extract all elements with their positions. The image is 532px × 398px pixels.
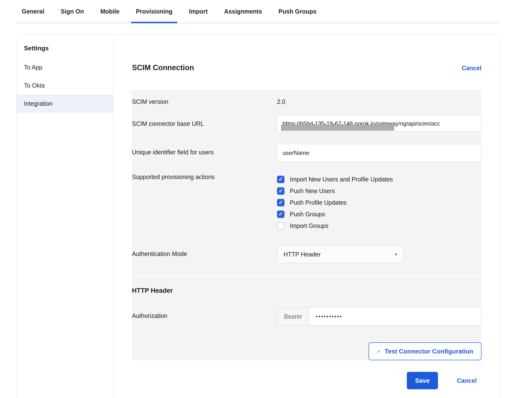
check-icon: ✓ xyxy=(377,348,381,354)
scim-version-value: 2.0 xyxy=(277,98,481,105)
base-url-label: SCIM connector base URL xyxy=(132,115,277,127)
provisioning-card: Settings To AppTo OktaIntegration SCIM C… xyxy=(16,35,499,398)
action-label: Push Groups xyxy=(290,211,325,218)
http-header-panel: HTTP Header Authorization Bearer •••••••… xyxy=(132,277,481,360)
http-header-title: HTTP Header xyxy=(132,287,481,294)
page-title: SCIM Connection xyxy=(132,63,194,72)
base-url-row: SCIM connector base URL https://b5bd-135… xyxy=(132,115,481,132)
check-icon: ✓ xyxy=(278,200,283,205)
tab-mobile[interactable]: Mobile xyxy=(95,0,124,23)
content-header: SCIM Connection Cancel xyxy=(132,63,481,72)
action-label: Push Profile Updates xyxy=(290,199,347,206)
auth-mode-row: Authentication Mode HTTP Header ▾ xyxy=(132,246,481,263)
action-label: Push New Users xyxy=(290,188,335,195)
bearer-token-masked-value: •••••••••• xyxy=(316,314,343,319)
sidebar-item-to-app[interactable]: To App xyxy=(17,58,113,76)
unique-id-input[interactable]: userName xyxy=(277,144,481,162)
action-label: Import Groups xyxy=(290,222,328,229)
action-row-import-new-users-and-profile-updates: ✓Import New Users and Profile Updates xyxy=(277,173,481,185)
tab-import[interactable]: Import xyxy=(184,0,213,23)
redaction-bar xyxy=(281,125,394,131)
sidebar-title: Settings xyxy=(17,42,113,58)
chevron-down-icon: ▾ xyxy=(395,252,397,257)
base-url-input[interactable]: https://b5bd-135-19-67-148.ngrok.io/gate… xyxy=(277,115,481,132)
bearer-prefix: Bearer xyxy=(277,308,309,325)
unique-id-label: Unique identifier field for users xyxy=(132,144,277,156)
tab-sign-on[interactable]: Sign On xyxy=(56,0,89,23)
scim-version-label: SCIM version xyxy=(132,98,277,105)
check-icon: ✓ xyxy=(278,211,283,217)
scim-version-row: SCIM version 2.0 xyxy=(132,94,481,105)
sidebar-item-to-okta[interactable]: To Okta xyxy=(17,76,113,95)
tab-push-groups[interactable]: Push Groups xyxy=(274,0,321,23)
authorization-input-group: Bearer •••••••••• xyxy=(277,308,481,325)
scim-connection-content: SCIM Connection Cancel SCIM version 2.0 … xyxy=(113,35,499,398)
checkbox-unchecked-icon[interactable] xyxy=(277,222,284,230)
app-tabbar: GeneralSign OnMobileProvisioningImportAs… xyxy=(16,0,499,23)
action-row-push-profile-updates: ✓Push Profile Updates xyxy=(277,197,481,208)
check-icon: ✓ xyxy=(278,177,283,182)
checkbox-checked-icon[interactable]: ✓ xyxy=(277,176,284,183)
provisioning-actions-label: Supported provisioning actions xyxy=(132,173,277,180)
action-row-import-groups: Import Groups xyxy=(277,220,481,232)
action-row-push-groups: ✓Push Groups xyxy=(277,208,481,220)
sidebar-item-integration[interactable]: Integration xyxy=(17,95,113,113)
bearer-token-input[interactable]: •••••••••• xyxy=(309,308,481,325)
settings-sidebar: Settings To AppTo OktaIntegration xyxy=(17,35,113,398)
scim-settings-panel: SCIM version 2.0 SCIM connector base URL… xyxy=(132,90,481,276)
checkbox-checked-icon[interactable]: ✓ xyxy=(277,199,284,206)
test-connector-label: Test Connector Configuration xyxy=(385,348,473,355)
cancel-button[interactable]: Cancel xyxy=(457,377,477,384)
action-label: Import New Users and Profile Updates xyxy=(290,176,393,183)
auth-mode-value: HTTP Header xyxy=(284,251,321,258)
provisioning-actions-list: ✓Import New Users and Profile Updates✓Pu… xyxy=(277,173,481,232)
tab-provisioning[interactable]: Provisioning xyxy=(131,0,177,23)
action-row-push-new-users: ✓Push New Users xyxy=(277,185,481,197)
tab-general[interactable]: General xyxy=(17,0,49,23)
test-connector-row: ✓ Test Connector Configuration xyxy=(132,342,481,360)
checkbox-checked-icon[interactable]: ✓ xyxy=(277,210,284,218)
provisioning-actions-row: Supported provisioning actions ✓Import N… xyxy=(132,173,481,232)
auth-mode-label: Authentication Mode xyxy=(132,246,277,257)
form-footer: Save Cancel xyxy=(132,372,481,389)
check-icon: ✓ xyxy=(278,188,283,194)
unique-id-value: userName xyxy=(283,150,309,156)
auth-mode-select[interactable]: HTTP Header ▾ xyxy=(277,246,404,263)
authorization-row: Authorization Bearer •••••••••• xyxy=(132,308,481,325)
checkbox-checked-icon[interactable]: ✓ xyxy=(277,187,284,195)
tab-assignments[interactable]: Assignments xyxy=(219,0,267,23)
authorization-label: Authorization xyxy=(132,308,277,319)
unique-id-row: Unique identifier field for users userNa… xyxy=(132,144,481,162)
cancel-link-top[interactable]: Cancel xyxy=(462,65,481,72)
test-connector-button[interactable]: ✓ Test Connector Configuration xyxy=(369,342,481,360)
save-button[interactable]: Save xyxy=(407,372,438,389)
